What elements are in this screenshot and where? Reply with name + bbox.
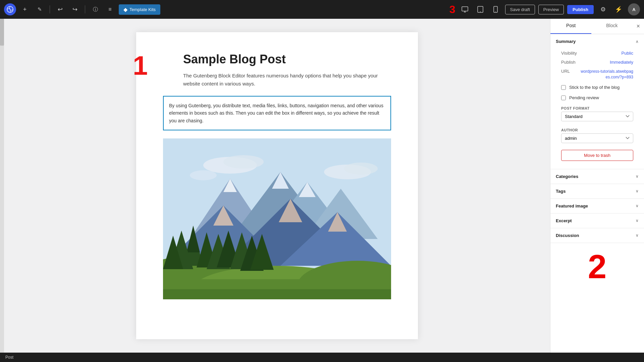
undo-button[interactable]: ↩	[54, 3, 66, 15]
template-kits-button[interactable]: ◆ Template Kits	[119, 4, 160, 15]
excerpt-title: Excerpt	[556, 218, 572, 223]
svg-point-11	[190, 170, 217, 180]
author-label: AUTHOR	[556, 125, 639, 133]
visibility-row: Visibility Public	[556, 49, 639, 58]
visibility-value[interactable]: Public	[622, 51, 633, 56]
summary-chevron: ∧	[636, 39, 639, 44]
main-area: 1 Sample Blog Post The Gutenberg Block E…	[0, 19, 644, 353]
pending-label: Pending review	[569, 95, 599, 100]
bottom-bar-post-link[interactable]: Post	[5, 355, 13, 360]
svg-rect-1	[462, 7, 468, 11]
summary-section: Summary ∧ Visibility Public Publish Imme…	[550, 34, 644, 169]
discussion-header[interactable]: Discussion ∨	[550, 228, 644, 243]
bottom-bar: Post	[0, 353, 644, 362]
publish-button[interactable]: Publish	[567, 5, 594, 14]
sidebar-body: Summary ∧ Visibility Public Publish Imme…	[550, 34, 644, 353]
featured-image-header[interactable]: Featured image ∨	[550, 199, 644, 213]
tools-button[interactable]: ✎	[34, 3, 46, 15]
excerpt-section: Excerpt ∨	[550, 214, 644, 228]
stick-checkbox[interactable]	[561, 85, 566, 90]
publish-label: Publish	[561, 60, 576, 65]
preview-button[interactable]: Preview	[538, 5, 564, 14]
info-button[interactable]: ⓘ	[89, 3, 101, 15]
list-view-button[interactable]: ≡	[104, 3, 116, 15]
publish-value[interactable]: Immediately	[610, 60, 633, 65]
settings-button[interactable]: ⚙	[597, 3, 609, 15]
sidebar-close-button[interactable]: ×	[633, 19, 644, 34]
desktop-view-button[interactable]	[459, 3, 471, 15]
toolbar-right: 3 Save draft Preview Publish ⚙ ⚡ A	[449, 3, 640, 15]
wp-logo-icon	[7, 6, 13, 13]
pending-checkbox-row: Pending review	[556, 93, 639, 103]
editor-scrollbar[interactable]	[0, 19, 4, 353]
categories-title: Categories	[556, 174, 578, 179]
desktop-icon	[462, 6, 468, 13]
post-image	[163, 138, 391, 299]
tablet-icon	[477, 6, 483, 13]
post-format-select[interactable]: Standard	[561, 112, 633, 121]
tags-chevron: ∨	[636, 189, 639, 193]
post-subtitle[interactable]: The Gutenberg Block Editor features nume…	[183, 72, 391, 88]
annotation-2: 2	[550, 243, 644, 290]
url-value[interactable]: wordpress-tutorials.atwebpages.com/?p=89…	[580, 69, 633, 80]
summary-title: Summary	[556, 39, 576, 44]
editor-content: 1 Sample Blog Post The Gutenberg Block E…	[136, 32, 418, 339]
tags-title: Tags	[556, 189, 566, 194]
excerpt-header[interactable]: Excerpt ∨	[550, 214, 644, 228]
mountain-illustration	[163, 138, 391, 299]
annotation-1: 1	[133, 52, 148, 79]
move-to-trash-button[interactable]: Move to trash	[561, 150, 633, 161]
tab-post[interactable]: Post	[550, 19, 591, 34]
divider-1	[50, 5, 50, 13]
visibility-label: Visibility	[561, 51, 577, 56]
scrollbar-thumb	[0, 19, 4, 46]
author-select[interactable]: admin	[561, 133, 633, 143]
discussion-chevron: ∨	[636, 233, 639, 238]
add-block-button[interactable]: +	[19, 3, 31, 15]
categories-chevron: ∨	[636, 174, 639, 179]
publish-row: Publish Immediately	[556, 58, 639, 67]
discussion-section: Discussion ∨	[550, 228, 644, 243]
template-kits-label: Template Kits	[129, 7, 156, 12]
post-title[interactable]: Sample Blog Post	[183, 52, 391, 66]
sidebar-tabs: Post Block ×	[550, 19, 644, 34]
featured-image-section: Featured image ∨	[550, 199, 644, 214]
wp-logo[interactable]	[4, 3, 16, 15]
post-format-label: POST FORMAT	[556, 103, 639, 112]
stick-label: Stick to the top of the blog	[569, 85, 620, 90]
featured-image-chevron: ∨	[636, 203, 639, 208]
tablet-view-button[interactable]	[474, 3, 486, 15]
excerpt-chevron: ∨	[636, 218, 639, 223]
svg-rect-39	[163, 289, 391, 299]
summary-header[interactable]: Summary ∧	[550, 34, 644, 49]
mobile-icon	[493, 6, 498, 13]
svg-point-5	[495, 11, 496, 12]
save-draft-button[interactable]: Save draft	[505, 5, 535, 14]
mobile-view-button[interactable]	[490, 3, 502, 15]
svg-point-3	[480, 11, 481, 12]
featured-image-title: Featured image	[556, 203, 588, 208]
url-label: URL	[561, 69, 570, 74]
tags-section: Tags ∨	[550, 184, 644, 199]
template-kits-icon: ◆	[123, 6, 127, 13]
url-row: URL wordpress-tutorials.atwebpages.com/?…	[556, 67, 639, 82]
toolbar: + ✎ ↩ ↪ ⓘ ≡ ◆ Template Kits 3 Sa	[0, 0, 644, 19]
gutenberg-block[interactable]: By using Gutenberg, you distribute text,…	[163, 96, 391, 130]
svg-point-8	[223, 155, 264, 169]
discussion-title: Discussion	[556, 233, 579, 238]
categories-header[interactable]: Categories ∨	[550, 169, 644, 184]
redo-button[interactable]: ↪	[69, 3, 81, 15]
editor-area: 1 Sample Blog Post The Gutenberg Block E…	[4, 19, 550, 353]
divider-2	[85, 5, 85, 13]
stick-checkbox-row: Stick to the top of the blog	[556, 82, 639, 93]
right-sidebar: Post Block × Summary ∧ Visibility Public	[550, 19, 644, 353]
notification-counter: 3	[449, 4, 455, 15]
plugin-button[interactable]: ⚡	[612, 3, 625, 15]
pending-checkbox[interactable]	[561, 96, 566, 100]
tags-header[interactable]: Tags ∨	[550, 184, 644, 198]
summary-body: Visibility Public Publish Immediately UR…	[550, 49, 644, 169]
categories-section: Categories ∨	[550, 169, 644, 184]
user-avatar[interactable]: A	[628, 3, 640, 15]
block-text: By using Gutenberg, you distribute text,…	[169, 103, 383, 123]
tab-block[interactable]: Block	[591, 19, 632, 34]
